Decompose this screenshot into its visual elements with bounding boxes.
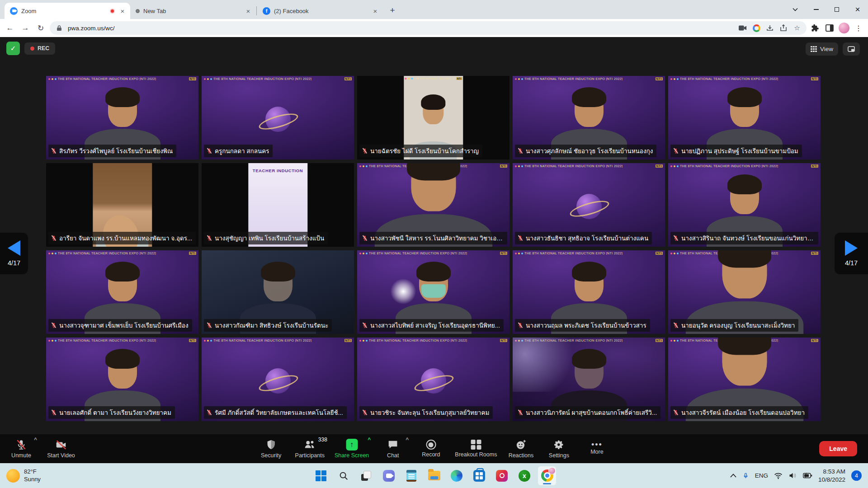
participants-button[interactable]: Participants 338 bbox=[292, 434, 327, 463]
tab-zoom[interactable]: Zoom × bbox=[5, 3, 130, 19]
video-tile[interactable]: THE 8TH NATIONAL TEACHER INDUCTION EXPO … bbox=[357, 76, 509, 160]
tab-close-icon[interactable]: × bbox=[118, 7, 127, 15]
unmute-options-caret[interactable]: ^ bbox=[34, 436, 37, 443]
weather-widget[interactable]: 82°F Sunny bbox=[6, 468, 41, 483]
share-icon[interactable] bbox=[778, 23, 788, 33]
start-video-button[interactable]: Start Video bbox=[44, 434, 78, 463]
forward-button[interactable]: → bbox=[19, 22, 32, 34]
participants-count-badge: 338 bbox=[318, 436, 327, 443]
new-tab-button[interactable]: + bbox=[387, 5, 398, 16]
leave-button[interactable]: Leave bbox=[819, 441, 857, 456]
edge-button[interactable] bbox=[448, 466, 466, 485]
chat-options-caret[interactable]: ^ bbox=[406, 436, 409, 443]
video-grid: THE 8TH NATIONAL TEACHER INDUCTION EXPO … bbox=[46, 76, 821, 421]
muted-mic-icon bbox=[673, 235, 679, 241]
profile-avatar[interactable] bbox=[838, 22, 850, 34]
video-tile[interactable]: THE 8TH NATIONAL TEACHER INDUCTION EXPO … bbox=[668, 338, 821, 421]
video-tile[interactable]: THE 8TH NATIONAL TEACHER INDUCTION EXPO … bbox=[668, 163, 821, 247]
participants-icon bbox=[303, 439, 316, 450]
view-button[interactable]: View bbox=[806, 42, 838, 56]
tab-close-icon[interactable]: × bbox=[244, 7, 252, 15]
maximize-button[interactable] bbox=[826, 0, 847, 19]
battery-icon[interactable] bbox=[803, 472, 812, 479]
video-tile[interactable]: THE 8TH NATIONAL TEACHER INDUCTION EXPO … bbox=[202, 338, 354, 421]
wifi-icon[interactable] bbox=[774, 472, 783, 479]
tab-recording-indicator bbox=[110, 9, 115, 14]
start-button[interactable] bbox=[312, 466, 330, 485]
picture-in-picture-button[interactable] bbox=[843, 42, 860, 56]
camera-access-icon[interactable] bbox=[738, 23, 748, 33]
video-tile[interactable]: THE 8TH NATIONAL TEACHER INDUCTION EXPO … bbox=[668, 76, 821, 160]
chat-button[interactable]: Chat ^ bbox=[376, 434, 410, 463]
share-options-caret[interactable]: ^ bbox=[368, 436, 371, 443]
google-icon[interactable] bbox=[751, 23, 761, 33]
participant-nametag: นางสาวสิรินาถ จันทวงษ์ โรงเรียนขอนแก่นวิ… bbox=[670, 232, 818, 244]
next-page-button[interactable]: 4/17 bbox=[835, 233, 868, 274]
record-button[interactable]: Record bbox=[414, 434, 448, 463]
notepad-button[interactable] bbox=[402, 466, 420, 485]
microsoft-store-button[interactable] bbox=[470, 466, 488, 485]
video-tile[interactable]: THE 8TH NATIONAL TEACHER INDUCTION EXPO … bbox=[202, 76, 354, 160]
participant-silhouette bbox=[555, 352, 623, 410]
browser-toolbar: ← → ↻ pwa.zoom.us/wc/ ☆ ⋮ bbox=[0, 19, 868, 37]
video-tile[interactable]: อารียา จันดาแพง รร.บ้านแหลมทองพัฒนา จ.อุ… bbox=[46, 163, 198, 247]
extensions-puzzle-icon[interactable] bbox=[809, 22, 821, 34]
chrome-button[interactable] bbox=[538, 466, 556, 485]
address-bar[interactable]: pwa.zoom.us/wc/ ☆ bbox=[50, 21, 807, 35]
video-tile[interactable]: นางสาวกัณฑิมา สิทธิวงษ์ โรงเรีนบ้านรัตนะ bbox=[202, 250, 354, 334]
video-tile[interactable]: THE 8TH NATIONAL TEACHER INDUCTION EXPO … bbox=[513, 76, 665, 160]
notification-count-badge[interactable]: 4 bbox=[851, 470, 862, 481]
video-tile[interactable]: THE 8TH NATIONAL TEACHER INDUCTION EXPO … bbox=[357, 163, 509, 247]
video-tile[interactable]: TEACHER INDUCTIONนางสุชัญญา เทพิน โรงเรี… bbox=[202, 163, 354, 247]
breakout-rooms-icon bbox=[471, 440, 481, 450]
browser-menu-icon[interactable]: ⋮ bbox=[853, 22, 864, 34]
language-indicator[interactable]: ENG bbox=[755, 472, 768, 479]
clock[interactable]: 8:53 AM 10/8/2022 bbox=[818, 468, 845, 483]
share-screen-button[interactable]: ↑ Share Screen ^ bbox=[332, 434, 372, 463]
tab-facebook[interactable]: f (2) Facebook × bbox=[257, 3, 383, 19]
muted-mic-icon bbox=[517, 148, 524, 154]
video-tile[interactable]: THE 8TH NATIONAL TEACHER INDUCTION EXPO … bbox=[513, 338, 665, 421]
file-explorer-button[interactable] bbox=[425, 466, 443, 485]
reload-button[interactable]: ↻ bbox=[34, 22, 47, 34]
expo-banner: THE 8TH NATIONAL TEACHER INDUCTION EXPO … bbox=[48, 252, 196, 255]
minimize-button[interactable] bbox=[806, 0, 826, 19]
tray-mic-icon[interactable] bbox=[742, 471, 749, 480]
window-controls: × bbox=[785, 0, 868, 19]
close-button[interactable]: × bbox=[847, 0, 868, 19]
previous-page-button[interactable]: 4/17 bbox=[0, 233, 28, 274]
teams-chat-button[interactable] bbox=[380, 466, 398, 485]
video-tile[interactable]: THE 8TH NATIONAL TEACHER INDUCTION EXPO … bbox=[513, 163, 665, 247]
muted-mic-icon bbox=[673, 148, 679, 154]
video-tile[interactable]: THE 8TH NATIONAL TEACHER INDUCTION EXPO … bbox=[46, 76, 198, 160]
security-button[interactable]: Security bbox=[255, 434, 288, 463]
download-icon[interactable] bbox=[765, 23, 775, 33]
video-tile[interactable]: THE 8TH NATIONAL TEACHER INDUCTION EXPO … bbox=[357, 338, 509, 421]
hidden-icons-chevron[interactable] bbox=[730, 474, 736, 478]
participant-silhouette bbox=[244, 264, 312, 323]
video-tile[interactable]: THE 8TH NATIONAL TEACHER INDUCTION EXPO … bbox=[513, 250, 665, 334]
unmute-button[interactable]: Unmute ^ bbox=[5, 434, 38, 463]
volume-icon[interactable] bbox=[788, 472, 797, 479]
video-tile[interactable]: THE 8TH NATIONAL TEACHER INDUCTION EXPO … bbox=[46, 338, 198, 421]
xbox-button[interactable]: x bbox=[515, 466, 533, 485]
settings-button[interactable]: Settings bbox=[542, 434, 576, 463]
meeting-info-shield-icon[interactable]: ✓ bbox=[6, 42, 20, 55]
tab-search-chevron-icon[interactable] bbox=[785, 0, 806, 19]
instagram-button[interactable] bbox=[493, 466, 511, 485]
reactions-button[interactable]: Reactions bbox=[504, 434, 538, 463]
more-button[interactable]: ••• More bbox=[580, 434, 613, 463]
tab-new-tab[interactable]: New Tab × bbox=[130, 3, 256, 19]
video-tile[interactable]: THE 8TH NATIONAL TEACHER INDUCTION EXPO … bbox=[357, 250, 509, 334]
tab-close-icon[interactable]: × bbox=[371, 7, 379, 15]
xbox-icon: x bbox=[519, 470, 530, 482]
breakout-rooms-button[interactable]: Breakout Rooms bbox=[452, 434, 500, 463]
search-button[interactable] bbox=[335, 466, 353, 485]
video-tile[interactable]: THE 8TH NATIONAL TEACHER INDUCTION EXPO … bbox=[668, 250, 821, 334]
back-button[interactable]: ← bbox=[4, 22, 16, 34]
video-tile[interactable]: THE 8TH NATIONAL TEACHER INDUCTION EXPO … bbox=[46, 250, 198, 334]
side-panel-icon[interactable] bbox=[824, 22, 835, 34]
task-view-button[interactable] bbox=[357, 466, 375, 485]
planet-graphic bbox=[265, 107, 291, 132]
bookmark-star-icon[interactable]: ☆ bbox=[792, 23, 802, 33]
